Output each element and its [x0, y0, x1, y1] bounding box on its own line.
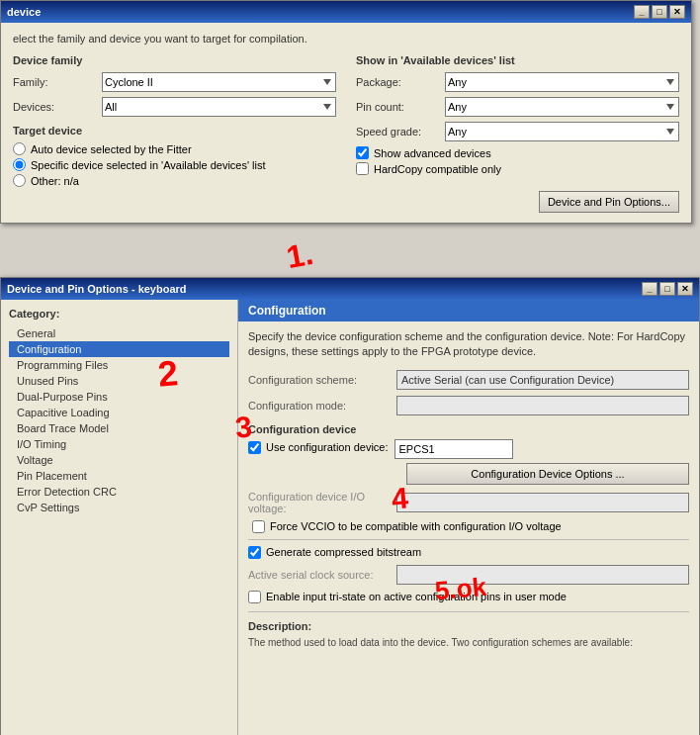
device-family-section-label: Device family — [13, 54, 336, 66]
config-device-value-input[interactable] — [394, 439, 513, 459]
device-right-col: Show in 'Available devices' list Package… — [356, 54, 679, 213]
hardcopy-row: HardCopy compatible only — [356, 162, 679, 175]
title-bar-buttons: _ □ ✕ — [634, 5, 685, 19]
device-left-col: Device family Family: Cyclone II Devices… — [13, 54, 336, 213]
hardcopy-label: HardCopy compatible only — [374, 163, 501, 175]
pin-options-body: Category: General Configuration Programm… — [1, 300, 699, 735]
pin-options-title: Device and Pin Options - keyboard — [7, 283, 187, 295]
enable-tri-state-checkbox[interactable] — [248, 591, 261, 603]
device-title-bar: device _ □ ✕ — [1, 1, 691, 23]
use-config-device-label: Use configuration device: — [266, 441, 389, 453]
enable-tri-state-label: Enable input tri-state on active configu… — [266, 591, 567, 602]
speedgrade-select[interactable]: Any — [445, 122, 679, 141]
config-io-voltage-input[interactable] — [396, 493, 689, 512]
show-in-label: Show in 'Available devices' list — [356, 54, 679, 66]
auto-device-radio[interactable] — [13, 142, 26, 155]
device-window-content: elect the family and device you want to … — [1, 23, 691, 223]
device-pin-options-button[interactable]: Device and Pin Options... — [539, 191, 679, 213]
active-serial-clock-row: Active serial clock source: — [248, 565, 689, 585]
speedgrade-row: Speed grade: Any — [356, 122, 679, 141]
generate-compressed-row: Generate compressed bitstream — [248, 546, 689, 559]
category-item-voltage[interactable]: Voltage — [9, 452, 229, 468]
category-item-pin-placement[interactable]: Pin Placement — [9, 468, 229, 484]
category-item-unused-pins[interactable]: Unused Pins — [9, 373, 229, 389]
force-vccio-label: Force VCCIO to be compatible with config… — [270, 520, 562, 532]
config-device-options-button[interactable]: Configuration Device Options ... — [406, 463, 689, 485]
divider-2 — [248, 611, 689, 612]
auto-device-row: Auto device selected by the Fitter — [13, 142, 336, 155]
category-item-board-trace-model[interactable]: Board Trace Model — [9, 420, 229, 436]
family-label: Family: — [13, 76, 102, 88]
config-device-options-btn-row: Configuration Device Options ... — [248, 463, 689, 485]
pin-options-maximize[interactable]: □ — [659, 282, 675, 296]
target-device-section: Target device Auto device selected by th… — [13, 125, 336, 187]
category-item-dual-purpose-pins[interactable]: Dual-Purpose Pins — [9, 389, 229, 405]
category-item-configuration[interactable]: Configuration — [9, 341, 229, 357]
description-section-label: Description: — [248, 620, 689, 632]
pincount-select[interactable]: Any — [445, 97, 679, 117]
hardcopy-checkbox[interactable] — [356, 162, 369, 175]
force-vccio-row: Force VCCIO to be compatible with config… — [248, 520, 689, 533]
show-advanced-label: Show advanced devices — [374, 147, 491, 159]
config-scheme-input[interactable] — [396, 370, 689, 390]
active-serial-clock-label: Active serial clock source: — [248, 569, 396, 581]
speedgrade-label: Speed grade: — [356, 126, 445, 138]
minimize-button[interactable]: _ — [634, 5, 650, 19]
config-mode-row: Configuration mode: — [248, 396, 689, 415]
devices-select[interactable]: All — [102, 97, 336, 117]
target-device-label: Target device — [13, 125, 336, 137]
category-item-io-timing[interactable]: I/O Timing — [9, 436, 229, 452]
pincount-row: Pin count: Any — [356, 97, 679, 117]
pin-options-close[interactable]: ✕ — [677, 282, 693, 296]
package-label: Package: — [356, 76, 445, 88]
config-device-section-label: Configuration device — [248, 423, 689, 435]
devices-label: Devices: — [13, 101, 102, 113]
config-mode-label: Configuration mode: — [248, 400, 396, 412]
pin-options-title-buttons: _ □ ✕ — [642, 282, 693, 296]
category-item-capacitive-loading[interactable]: Capacitive Loading — [9, 405, 229, 420]
config-body: Specify the device configuration scheme … — [238, 322, 699, 658]
force-vccio-checkbox[interactable] — [252, 520, 265, 533]
maximize-button[interactable]: □ — [652, 5, 667, 19]
category-panel: Category: General Configuration Programm… — [1, 300, 238, 735]
category-list: General Configuration Programming Files … — [9, 325, 229, 515]
device-subtitle: elect the family and device you want to … — [13, 33, 679, 45]
specific-device-label: Specific device selected in 'Available d… — [31, 159, 266, 171]
close-button[interactable]: ✕ — [669, 5, 685, 19]
other-device-label: Other: n/a — [31, 175, 79, 187]
package-select[interactable]: Any — [445, 72, 679, 92]
pincount-label: Pin count: — [356, 101, 445, 113]
pin-options-minimize[interactable]: _ — [642, 282, 657, 296]
config-panel: Configuration Specify the device configu… — [238, 300, 699, 735]
category-item-programming-files[interactable]: Programming Files — [9, 357, 229, 373]
show-advanced-row: Show advanced devices — [356, 146, 679, 159]
pin-options-titlebar: Device and Pin Options - keyboard _ □ ✕ — [1, 278, 699, 300]
show-advanced-checkbox[interactable] — [356, 146, 369, 159]
enable-tri-state-row: Enable input tri-state on active configu… — [248, 591, 689, 603]
config-device-input-row: Use configuration device: — [248, 439, 689, 459]
family-select[interactable]: Cyclone II — [102, 72, 336, 92]
config-io-voltage-label: Configuration device I/O voltage: — [248, 491, 396, 514]
active-serial-clock-input[interactable] — [396, 565, 689, 585]
pin-options-window: Device and Pin Options - keyboard _ □ ✕ … — [0, 277, 700, 735]
config-scheme-row: Configuration scheme: — [248, 370, 689, 390]
category-title: Category: — [9, 308, 229, 320]
use-config-device-checkbox[interactable] — [248, 441, 261, 454]
category-item-error-detection-crc[interactable]: Error Detection CRC — [9, 484, 229, 500]
devices-row: Devices: All — [13, 97, 336, 117]
divider-1 — [248, 539, 689, 540]
config-header: Configuration — [238, 300, 699, 322]
generate-compressed-checkbox[interactable] — [248, 546, 261, 559]
device-window-title: device — [7, 6, 41, 18]
generate-compressed-label: Generate compressed bitstream — [266, 546, 421, 558]
config-description: Specify the device configuration scheme … — [248, 329, 689, 360]
device-main-columns: Device family Family: Cyclone II Devices… — [13, 54, 679, 213]
category-item-general[interactable]: General — [9, 325, 229, 341]
config-mode-input[interactable] — [396, 396, 689, 415]
config-scheme-label: Configuration scheme: — [248, 374, 396, 386]
annotation-1: 1. — [284, 235, 316, 276]
category-item-cvp-settings[interactable]: CvP Settings — [9, 500, 229, 515]
other-device-radio[interactable] — [13, 174, 26, 187]
specific-device-radio[interactable] — [13, 158, 26, 171]
device-window: device _ □ ✕ elect the family and device… — [0, 0, 692, 224]
